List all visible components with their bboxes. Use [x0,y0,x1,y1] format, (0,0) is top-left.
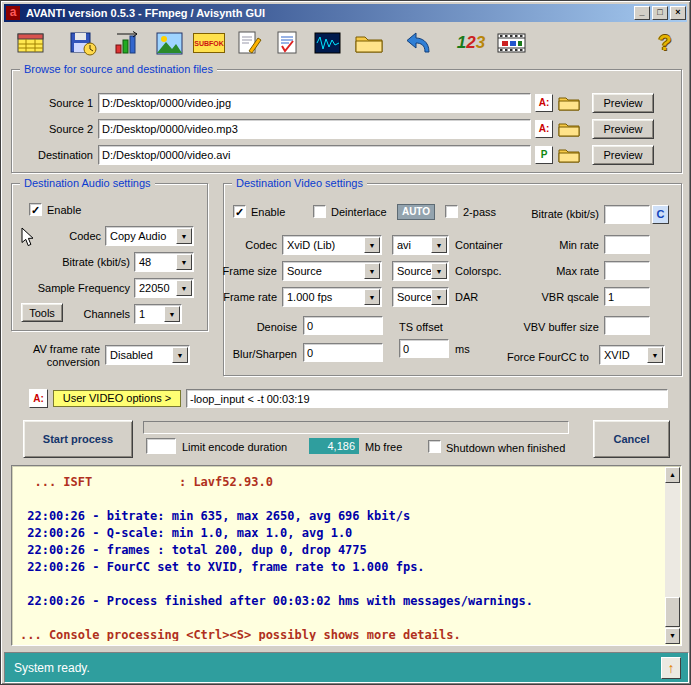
video-codec-dropdown[interactable]: XviD (Lib) ▼ [282,235,382,255]
av-conversion-dropdown[interactable]: Disabled ▼ [105,345,190,365]
cancel-button[interactable]: Cancel [593,420,670,458]
framesize-dropdown[interactable]: Source ▼ [282,261,382,281]
framerate-value: 1.000 fps [287,291,332,303]
folder-glyph [558,121,580,137]
dar-dropdown[interactable]: Source ▼ [392,287,449,307]
chevron-down-icon[interactable]: ▼ [176,254,192,270]
shutdown-checkbox[interactable] [428,440,441,453]
maxrate-input[interactable] [604,261,650,280]
user-options-audio-tag-button[interactable]: A: [29,389,48,408]
scroll-up-button[interactable]: ▲ [665,467,680,483]
source1-preview-label: Preview [603,97,642,109]
notepad-edit-icon[interactable] [231,27,267,59]
maximize-button[interactable]: □ [652,6,668,20]
script-check-icon[interactable] [269,27,305,59]
folder-open-icon[interactable] [351,27,387,59]
source1-preview-button[interactable]: Preview [592,93,654,113]
chevron-down-icon[interactable]: ▼ [431,237,447,253]
console-scrollbar[interactable]: ▲ ▼ [665,467,680,644]
ts-offset-input[interactable] [399,339,449,358]
ts-offset-label: TS offset [399,321,443,334]
audio-tools-button[interactable]: Tools [21,303,63,322]
chevron-down-icon[interactable]: ▼ [176,228,192,244]
vbv-input[interactable] [604,316,650,335]
av-conversion-label-line2: conversion [15,356,100,369]
audio-bitrate-dropdown[interactable]: 48 ▼ [134,252,194,272]
waveform-icon[interactable] [309,27,345,59]
destination-browse-folder-icon[interactable] [558,147,580,164]
source1-label: Source 1 [15,97,93,110]
container-label: Container [455,239,503,252]
chevron-down-icon[interactable]: ▼ [364,289,380,305]
vbr-qscale-input[interactable] [604,287,650,306]
audio-channels-dropdown[interactable]: 1 ▼ [134,304,182,324]
levels-chart-icon[interactable] [109,27,145,59]
audio-sample-label: Sample Frequency [19,282,130,295]
source2-preview-button[interactable]: Preview [592,119,654,139]
help-glyph: ? [658,30,671,56]
destination-preview-button[interactable]: Preview [592,145,654,165]
scroll-top-button[interactable]: ↑ [661,657,681,679]
close-button[interactable]: × [670,6,686,20]
image-icon[interactable] [151,27,187,59]
twopass-checkbox[interactable] [445,205,458,218]
destination-input[interactable] [98,145,531,165]
source1-input[interactable] [98,93,531,113]
source2-browse-folder-icon[interactable] [558,121,580,138]
user-video-options-input[interactable] [186,389,668,408]
start-process-button[interactable]: Start process [23,420,133,458]
numbers-123-icon[interactable]: 123 [453,27,489,59]
source1-browse-folder-icon[interactable] [558,95,580,112]
console-line [20,611,661,628]
audio-enable-label: Enable [47,204,81,217]
chevron-down-icon[interactable]: ▼ [364,237,380,253]
undo-arrow-icon[interactable] [401,27,437,59]
minimize-button[interactable]: _ [634,6,650,20]
destination-tag-label: P [541,149,548,160]
minrate-input[interactable] [604,235,650,254]
source1-audio-tag-button[interactable]: A: [535,94,553,112]
bitrate-calc-button[interactable]: C [652,205,669,224]
audio-sample-dropdown[interactable]: 22050 ▼ [134,278,194,298]
destination-player-tag-button[interactable]: P [535,146,553,164]
chevron-down-icon[interactable]: ▼ [431,263,447,279]
video-bitrate-label: Bitrate (kbit/s) [509,208,599,221]
scrollbar-thumb[interactable] [665,597,680,627]
fourcc-value: XVID [604,349,630,361]
source2-label: Source 2 [15,123,93,136]
denoise-input[interactable] [303,316,383,335]
titlebar[interactable]: a AVANTI version 0.5.3 - FFmpeg / Avisyn… [4,4,687,22]
job-grid-icon[interactable] [13,27,49,59]
audio-bitrate-value: 48 [139,256,151,268]
audio-enable-checkbox[interactable]: ✓ [29,203,42,216]
source2-audio-tag-button[interactable]: A: [535,120,553,138]
container-dropdown[interactable]: avi ▼ [392,235,449,255]
subfix-icon[interactable]: SUBFOK [191,27,227,59]
audio-codec-dropdown[interactable]: Copy Audio ▼ [105,226,194,246]
deinterlace-auto-button[interactable]: AUTO [397,204,435,220]
user-video-options-button[interactable]: User VIDEO options > [53,390,181,407]
chevron-down-icon[interactable]: ▼ [647,347,663,363]
help-icon[interactable]: ? [647,27,683,59]
source2-input[interactable] [98,119,531,139]
save-clock-icon[interactable] [65,27,101,59]
limit-duration-input[interactable] [146,438,176,454]
chevron-down-icon[interactable]: ▼ [172,347,188,363]
video-enable-checkbox[interactable]: ✓ [233,205,246,218]
audio-channels-label: Channels [65,308,130,321]
user-video-options-label: User VIDEO options > [63,392,172,404]
chevron-down-icon[interactable]: ▼ [431,289,447,305]
deinterlace-checkbox[interactable] [313,205,326,218]
fourcc-label: Force FourCC to [507,351,589,364]
video-bitrate-input[interactable] [604,205,650,224]
fourcc-dropdown[interactable]: XVID ▼ [599,345,665,365]
dar-label: DAR [455,291,478,304]
blur-sharpen-input[interactable] [303,343,383,362]
framerate-dropdown[interactable]: 1.000 fps ▼ [282,287,382,307]
chevron-down-icon[interactable]: ▼ [364,263,380,279]
scroll-down-button[interactable]: ▼ [665,628,680,644]
chevron-down-icon[interactable]: ▼ [164,306,180,322]
chevron-down-icon[interactable]: ▼ [176,280,192,296]
film-counter-icon[interactable] [493,27,529,59]
colorspace-dropdown[interactable]: Source ▼ [392,261,449,281]
